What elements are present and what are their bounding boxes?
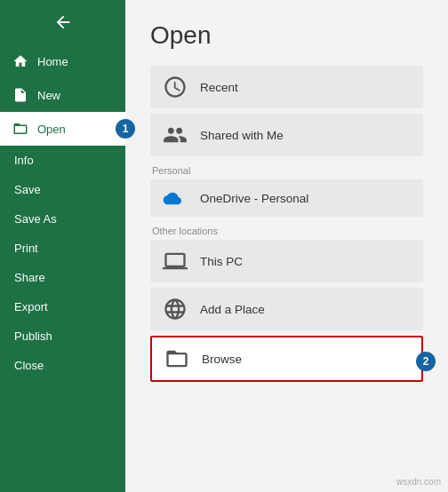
sidebar-item-share[interactable]: Share [0, 263, 125, 292]
sidebar-item-close[interactable]: Close [0, 351, 125, 380]
open-location-onedrive[interactable]: OneDrive - Personal [150, 179, 423, 217]
sidebar-text-label: Info [14, 154, 34, 167]
people-icon [163, 123, 188, 147]
open-location-add-place[interactable]: Add a Place [150, 288, 423, 330]
section-other: Other locations [150, 226, 423, 236]
computer-icon [163, 249, 188, 274]
location-label: Browse [202, 353, 242, 366]
back-button[interactable] [0, 0, 125, 44]
sidebar-text-label: Close [14, 359, 44, 372]
clock-icon [163, 75, 188, 99]
page-title: Open [150, 21, 423, 50]
new-file-icon [12, 87, 28, 103]
sidebar-item-label: New [37, 89, 60, 102]
main-content: Open Recent Shared with Me Personal OneD… [125, 0, 448, 492]
sidebar-item-save-as[interactable]: Save As [0, 204, 125, 234]
sidebar-item-home[interactable]: Home [0, 44, 125, 78]
location-label: Recent [200, 81, 238, 94]
location-label: Add a Place [200, 303, 265, 316]
open-location-this-pc[interactable]: This PC [150, 240, 423, 282]
sidebar-text-label: Save As [14, 212, 57, 226]
sidebar-text-label: Publish [14, 329, 52, 343]
sidebar-text-label: Export [14, 300, 48, 313]
sidebar-item-open[interactable]: Open [0, 112, 125, 146]
back-icon [53, 12, 73, 32]
folder-browse-icon [164, 346, 189, 371]
open-location-shared[interactable]: Shared with Me [150, 114, 423, 156]
onedrive-icon [163, 188, 188, 208]
step1-badge: 1 [116, 119, 135, 139]
open-location-browse[interactable]: Browse [150, 336, 423, 382]
location-label: Shared with Me [200, 129, 284, 142]
step2-badge: 2 [416, 352, 436, 371]
sidebar-item-print[interactable]: Print [0, 234, 125, 263]
location-label: This PC [200, 255, 243, 268]
sidebar-item-label: Home [37, 55, 68, 68]
open-location-recent[interactable]: Recent [150, 66, 423, 108]
folder-open-icon [12, 121, 28, 137]
sidebar: Home New Open 1 Info Save Save As Print … [0, 0, 125, 492]
watermark: wsxdn.com [396, 477, 441, 487]
browse-row: Browse 2 [150, 336, 423, 387]
sidebar-text-label: Save [14, 183, 41, 196]
sidebar-text-label: Share [14, 271, 45, 284]
globe-icon [163, 297, 188, 321]
sidebar-item-export[interactable]: Export [0, 292, 125, 321]
sidebar-item-save[interactable]: Save [0, 175, 125, 204]
sidebar-item-publish[interactable]: Publish [0, 321, 125, 351]
sidebar-item-info[interactable]: Info [0, 146, 125, 175]
sidebar-text-label: Print [14, 242, 38, 255]
sidebar-item-new[interactable]: New [0, 78, 125, 112]
section-personal: Personal [150, 165, 423, 176]
home-icon [12, 53, 28, 69]
location-label: OneDrive - Personal [200, 192, 308, 205]
sidebar-item-label: Open [37, 123, 66, 136]
